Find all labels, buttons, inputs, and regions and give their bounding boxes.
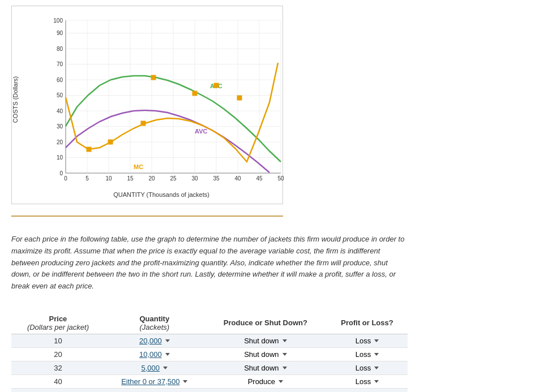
quantity-dropdown-arrow[interactable] [165, 353, 170, 356]
col-header-profit: Profit or Loss? [327, 312, 408, 334]
svg-rect-54 [237, 96, 242, 100]
svg-rect-49 [87, 147, 91, 152]
price-cell: 10 [11, 334, 105, 347]
produce-dropdown-arrow[interactable] [282, 367, 287, 369]
svg-text:25: 25 [170, 175, 177, 182]
profit-cell[interactable]: Loss [327, 374, 408, 388]
table-row: 325,000Shut downLoss [11, 361, 408, 374]
quantity-cell[interactable]: 20,000 [105, 334, 204, 347]
quantity-cell[interactable]: Either 0 or 37,500 [105, 374, 204, 388]
col-quantity-label: Quantity [139, 315, 169, 323]
y-axis-label: COSTS (Dollars) [12, 76, 19, 123]
price-table: Price (Dollars per jacket) Quantity (Jac… [11, 312, 408, 392]
svg-text:40: 40 [57, 108, 63, 114]
svg-text:70: 70 [57, 61, 63, 67]
svg-text:35: 35 [213, 175, 220, 182]
svg-text:0: 0 [59, 170, 63, 176]
price-cell: 20 [11, 347, 105, 361]
produce-dropdown-arrow[interactable] [279, 380, 283, 383]
col-header-produce: Produce or Shut Down? [204, 312, 327, 334]
table-row: 40Either 0 or 37,500ProduceLoss [11, 374, 408, 388]
chart-container: COSTS (Dollars) [11, 6, 283, 204]
svg-rect-50 [108, 140, 113, 144]
svg-text:30: 30 [57, 123, 63, 130]
svg-text:10: 10 [105, 175, 112, 182]
quantity-cell[interactable]: 40,000 [105, 388, 204, 392]
svg-rect-51 [141, 121, 145, 126]
quantity-dropdown-arrow[interactable] [183, 380, 187, 383]
profit-cell[interactable]: Loss [327, 347, 408, 361]
profit-cell[interactable]: Loss [327, 334, 408, 347]
table-container: Price (Dollars per jacket) Quantity (Jac… [11, 312, 408, 392]
profit-dropdown-arrow[interactable] [374, 353, 379, 356]
svg-text:50: 50 [277, 175, 284, 182]
profit-cell[interactable]: Loss [327, 388, 408, 392]
produce-dropdown-arrow[interactable] [282, 339, 287, 342]
produce-cell[interactable]: Shut down [204, 361, 327, 374]
profit-dropdown-arrow[interactable] [374, 339, 379, 342]
produce-dropdown-arrow[interactable] [282, 353, 287, 356]
produce-cell[interactable]: Shut down [204, 347, 327, 361]
quantity-dropdown-arrow[interactable] [163, 367, 168, 369]
produce-value: Shut down [244, 337, 279, 345]
quantity-value: 10,000 [139, 350, 162, 359]
profit-value: Loss [356, 337, 371, 345]
svg-text:10: 10 [57, 154, 63, 161]
col-header-quantity: Quantity (Jackets) [105, 312, 204, 334]
svg-text:0: 0 [64, 175, 67, 182]
col-price-sub: (Dollars per jacket) [27, 323, 89, 331]
col-quantity-sub: (Jackets) [139, 323, 169, 331]
produce-value: Shut down [244, 364, 279, 372]
quantity-cell[interactable]: 5,000 [105, 361, 204, 374]
svg-text:20: 20 [148, 175, 155, 182]
price-cell: 32 [11, 361, 105, 374]
quantity-dropdown-arrow[interactable] [165, 339, 170, 342]
chart-svg: 0 10 20 30 40 50 60 70 80 90 100 0 5 10 … [46, 18, 284, 187]
profit-dropdown-arrow[interactable] [374, 380, 379, 383]
svg-rect-55 [151, 75, 156, 80]
profit-dropdown-arrow[interactable] [374, 367, 379, 369]
svg-text:30: 30 [191, 175, 198, 182]
price-cell: 50 [11, 388, 105, 392]
profit-cell[interactable]: Loss [327, 361, 408, 374]
svg-text:80: 80 [57, 46, 63, 52]
produce-cell[interactable]: Shut down [204, 334, 327, 347]
produce-cell[interactable]: Produce [204, 374, 327, 388]
table-row: 5040,000ProduceLoss [11, 388, 408, 392]
svg-rect-52 [192, 91, 197, 96]
chart-area: 0 10 20 30 40 50 60 70 80 90 100 0 5 10 … [46, 18, 284, 187]
svg-text:15: 15 [127, 175, 134, 182]
profit-value: Loss [356, 350, 371, 359]
svg-text:50: 50 [57, 92, 63, 98]
svg-text:5: 5 [85, 175, 89, 182]
profit-value: Loss [356, 377, 371, 386]
produce-value: Shut down [244, 350, 279, 359]
quantity-cell[interactable]: 10,000 [105, 347, 204, 361]
svg-text:45: 45 [256, 175, 263, 182]
quantity-value: 5,000 [142, 364, 160, 372]
x-axis-label: QUANTITY (Thousands of jackets) [46, 191, 277, 198]
svg-text:100: 100 [53, 18, 63, 24]
produce-value: Produce [248, 377, 275, 386]
table-row: 1020,000Shut downLoss [11, 334, 408, 347]
quantity-value: Either 0 or 37,500 [121, 377, 179, 386]
svg-text:90: 90 [57, 30, 63, 36]
svg-rect-53 [214, 83, 219, 88]
svg-text:AVC: AVC [195, 128, 207, 135]
profit-value: Loss [356, 364, 371, 372]
col-header-price: Price (Dollars per jacket) [11, 312, 105, 334]
svg-text:60: 60 [57, 77, 63, 83]
table-row: 2010,000Shut downLoss [11, 347, 408, 361]
produce-cell[interactable]: Produce [204, 388, 327, 392]
col-price-label: Price [49, 315, 67, 323]
svg-text:40: 40 [234, 175, 241, 182]
price-cell: 40 [11, 374, 105, 388]
quantity-value: 20,000 [139, 337, 162, 345]
instructions-text: For each price in the following table, u… [11, 234, 408, 292]
section-divider [11, 216, 283, 217]
svg-text:20: 20 [57, 139, 63, 145]
svg-text:MC: MC [134, 163, 143, 170]
